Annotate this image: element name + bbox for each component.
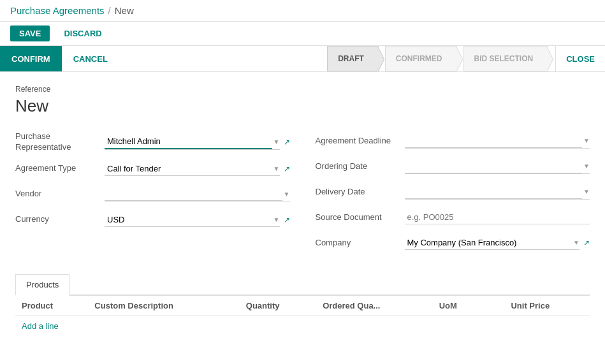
company-label: Company xyxy=(316,238,405,249)
tabs-nav: Products xyxy=(15,274,590,296)
ordering-date-arrow-icon: ▼ xyxy=(583,163,590,170)
purchase-representative-label: PurchaseRepresentative xyxy=(15,131,105,153)
currency-field: USD EUR ▼ ↗ xyxy=(105,213,290,227)
col-spacer xyxy=(483,296,504,316)
ordering-date-input[interactable] xyxy=(405,159,583,173)
agreement-deadline-input[interactable] xyxy=(405,134,583,148)
form-col-left: PurchaseRepresentative Mitchell Admin ▼ … xyxy=(15,131,290,259)
col-product: Product xyxy=(15,296,88,316)
company-select[interactable]: My Company (San Francisco) xyxy=(405,236,572,249)
agreement-deadline-select-wrapper: ▼ xyxy=(405,134,590,149)
company-arrow-icon: ▼ xyxy=(573,239,579,246)
agreement-type-label: Agreement Type xyxy=(15,163,105,174)
form-col-right: Agreement Deadline ▼ Ordering Date ▼ xyxy=(316,131,590,259)
tabs-section: Products Product Custom Description Quan… xyxy=(15,274,590,336)
currency-select[interactable]: USD EUR xyxy=(105,213,272,226)
products-table: Product Custom Description Quantity Orde… xyxy=(15,296,590,316)
delivery-date-input[interactable] xyxy=(405,185,583,199)
vendor-row: Vendor ▼ xyxy=(15,185,290,204)
workflow-step-bid-selection-label: BID SELECTION xyxy=(474,54,534,63)
source-document-field xyxy=(405,210,590,224)
currency-row: Currency USD EUR ▼ ↗ xyxy=(15,210,290,229)
agreement-deadline-label: Agreement Deadline xyxy=(316,136,405,147)
cancel-button[interactable]: CANCEL xyxy=(62,46,119,71)
agreement-type-select-wrapper: Call for Tender Blanket Order ▼ xyxy=(105,162,280,176)
company-row: Company My Company (San Francisco) ▼ ↗ xyxy=(316,233,590,252)
agreement-type-arrow-icon: ▼ xyxy=(273,165,280,172)
ordering-date-field: ▼ xyxy=(405,159,590,174)
breadcrumb-current: New xyxy=(115,5,134,16)
discard-button[interactable]: DISCARD xyxy=(55,25,110,41)
currency-label: Currency xyxy=(15,214,105,225)
vendor-label: Vendor xyxy=(15,189,105,200)
vendor-field: ▼ xyxy=(105,187,290,201)
delivery-date-label: Delivery Date xyxy=(316,187,405,198)
vendor-select-wrapper: ▼ xyxy=(105,187,290,201)
source-document-label: Source Document xyxy=(316,212,405,223)
purchase-representative-row: PurchaseRepresentative Mitchell Admin ▼ … xyxy=(15,131,290,153)
breadcrumb-separator: / xyxy=(108,5,111,16)
company-field: My Company (San Francisco) ▼ ↗ xyxy=(405,236,590,250)
delivery-date-arrow-icon: ▼ xyxy=(583,188,590,195)
agreement-type-field: Call for Tender Blanket Order ▼ ↗ xyxy=(105,162,290,176)
delivery-date-row: Delivery Date ▼ xyxy=(316,182,590,201)
workflow-step-bid-selection[interactable]: BID SELECTION xyxy=(463,46,548,71)
workflow-step-confirmed[interactable]: CONFIRMED xyxy=(385,46,457,71)
workflow-step-draft-label: DRAFT xyxy=(338,54,364,63)
action-bar: CONFIRM CANCEL DRAFT CONFIRMED BID SELEC… xyxy=(0,46,605,72)
workflow-step-confirmed-label: CONFIRMED xyxy=(396,54,442,63)
agreement-deadline-field: ▼ xyxy=(405,134,590,149)
ordering-date-label: Ordering Date xyxy=(316,161,405,172)
tab-products[interactable]: Products xyxy=(15,274,69,296)
ordering-date-row: Ordering Date ▼ xyxy=(316,157,590,176)
source-document-row: Source Document xyxy=(316,208,590,227)
form-area: Reference New PurchaseRepresentative Mit… xyxy=(0,72,605,349)
breadcrumb-bar: Purchase Agreements / New xyxy=(0,0,605,22)
delivery-date-select-wrapper: ▼ xyxy=(405,185,590,200)
reference-value: New xyxy=(15,96,590,116)
col-uom: UoM xyxy=(433,296,484,316)
currency-select-wrapper: USD EUR ▼ xyxy=(105,213,280,227)
save-button[interactable]: SAVE xyxy=(10,25,50,41)
add-line-link[interactable]: Add a line xyxy=(15,316,65,336)
purchase-representative-input[interactable]: Mitchell Admin xyxy=(105,135,272,149)
breadcrumb-parent[interactable]: Purchase Agreements xyxy=(10,5,105,16)
col-unit-price: Unit Price xyxy=(504,296,590,316)
currency-arrow-icon: ▼ xyxy=(273,216,280,223)
purchase-representative-field: Mitchell Admin ▼ ↗ xyxy=(105,135,290,150)
col-quantity: Quantity xyxy=(240,296,316,316)
ordering-date-select-wrapper: ▼ xyxy=(405,159,590,174)
workflow-steps: DRAFT CONFIRMED BID SELECTION CLOSE xyxy=(327,46,605,71)
col-ordered-quantity: Ordered Qua... xyxy=(316,296,433,316)
form-columns: PurchaseRepresentative Mitchell Admin ▼ … xyxy=(15,131,590,259)
purchase-representative-arrow-icon: ▼ xyxy=(273,138,280,145)
agreement-deadline-arrow-icon: ▼ xyxy=(583,137,590,144)
agreement-type-select[interactable]: Call for Tender Blanket Order xyxy=(105,162,272,175)
purchase-representative-select-wrapper: Mitchell Admin ▼ xyxy=(105,135,280,150)
company-select-wrapper: My Company (San Francisco) ▼ xyxy=(405,236,580,250)
top-buttons: SAVE DISCARD xyxy=(0,22,605,46)
currency-external-link-icon[interactable]: ↗ xyxy=(284,215,290,224)
company-external-link-icon[interactable]: ↗ xyxy=(583,238,590,247)
agreement-type-row: Agreement Type Call for Tender Blanket O… xyxy=(15,159,290,178)
workflow-step-draft[interactable]: DRAFT xyxy=(327,46,379,71)
close-button[interactable]: CLOSE xyxy=(555,46,605,71)
action-buttons: CONFIRM CANCEL xyxy=(0,46,119,71)
col-custom-description: Custom Description xyxy=(88,296,239,316)
confirm-button[interactable]: CONFIRM xyxy=(0,46,62,71)
purchase-representative-external-link-icon[interactable]: ↗ xyxy=(284,138,290,147)
vendor-arrow-icon: ▼ xyxy=(284,191,290,198)
delivery-date-field: ▼ xyxy=(405,185,590,200)
vendor-input[interactable] xyxy=(105,187,282,201)
reference-label: Reference xyxy=(15,85,590,94)
source-document-input[interactable] xyxy=(405,210,590,224)
agreement-deadline-row: Agreement Deadline ▼ xyxy=(316,131,590,150)
agreement-type-external-link-icon[interactable]: ↗ xyxy=(284,164,290,173)
